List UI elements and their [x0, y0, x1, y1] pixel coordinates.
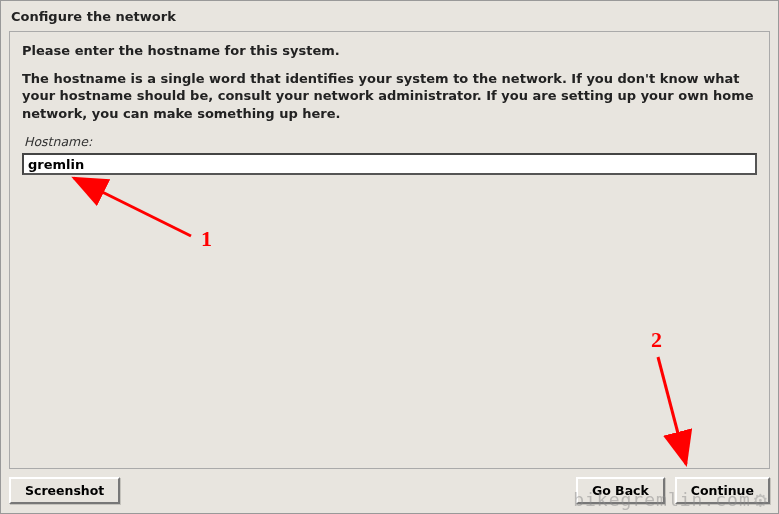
right-button-group: Go Back Continue	[576, 477, 770, 504]
annotation-label-2: 2	[651, 327, 662, 353]
main-panel: Please enter the hostname for this syste…	[9, 31, 770, 469]
prompt-text: Please enter the hostname for this syste…	[22, 42, 757, 60]
description-text: The hostname is a single word that ident…	[22, 70, 757, 123]
hostname-input[interactable]	[22, 153, 757, 175]
continue-button[interactable]: Continue	[675, 477, 770, 504]
hostname-label: Hostname:	[22, 134, 757, 149]
screenshot-button[interactable]: Screenshot	[9, 477, 120, 504]
go-back-button[interactable]: Go Back	[576, 477, 665, 504]
window-title: Configure the network	[1, 1, 778, 30]
annotation-label-1: 1	[201, 226, 212, 252]
bottom-bar: Screenshot Go Back Continue	[9, 475, 770, 505]
